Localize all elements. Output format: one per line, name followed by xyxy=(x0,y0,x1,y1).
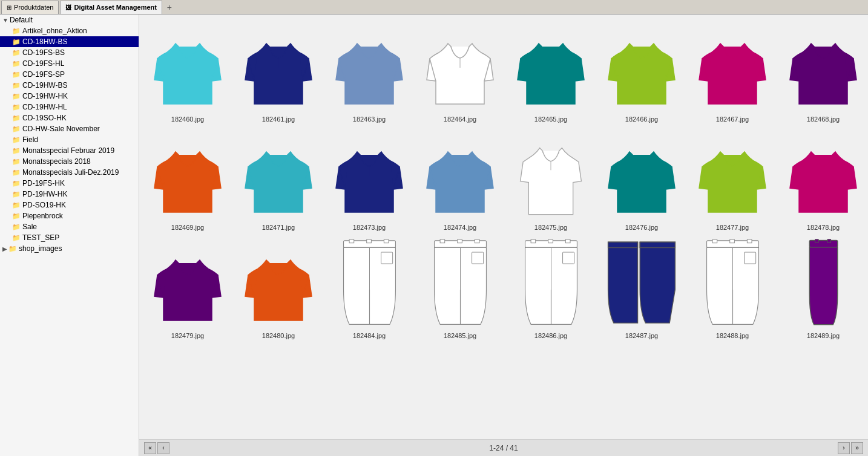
sidebar-item-pd19hw-hk[interactable]: 📁 PD-19HW-HK xyxy=(0,189,139,200)
svg-rect-25 xyxy=(440,239,445,243)
expand-icon[interactable]: ▶ xyxy=(2,246,7,252)
image-item-182485[interactable]: 182485.jpg xyxy=(418,237,502,339)
sidebar-item-label: CD-19FS-SP xyxy=(22,70,65,79)
sidebar-item-cd19hw-hl[interactable]: 📁 CD-19HW-HL xyxy=(0,102,139,112)
image-item-182469[interactable]: 182469.jpg xyxy=(145,129,230,231)
image-label-182476: 182476.jpg xyxy=(625,224,658,231)
image-item-182489[interactable]: 182489.jpg xyxy=(781,237,866,339)
image-item-182488[interactable]: 182488.jpg xyxy=(690,237,775,339)
tab-bar: ⊞ Produktdaten 🖼 Digital Asset Managemen… xyxy=(0,0,868,15)
image-label-182485: 182485.jpg xyxy=(444,332,476,339)
sidebar-item-shop-images[interactable]: ▶ 📁 shop_images xyxy=(0,243,139,254)
sidebar-item-cd19hw-bs[interactable]: 📁 CD-19HW-BS xyxy=(0,80,139,91)
folder-icon: 📁 xyxy=(12,27,21,35)
dam-icon: 🖼 xyxy=(65,4,71,11)
image-item-182464[interactable]: 182464.jpg xyxy=(418,21,502,123)
sidebar-item-cd18hw[interactable]: 📁 CD-18HW-BS xyxy=(0,36,139,47)
svg-rect-26 xyxy=(457,239,462,243)
sidebar-item-artikel[interactable]: 📁 Artikel_ohne_Aktion xyxy=(0,25,139,36)
sidebar-item-label: Monatsspecial Februar 2019 xyxy=(22,146,114,155)
image-thumb-182485 xyxy=(418,237,502,331)
image-item-182486[interactable]: 182486.jpg xyxy=(508,237,593,339)
image-item-182461[interactable]: 182461.jpg xyxy=(236,21,321,123)
image-item-182466[interactable]: 182466.jpg xyxy=(599,21,684,123)
image-label-182460: 182460.jpg xyxy=(171,116,204,123)
image-item-182475[interactable]: 182475.jpg xyxy=(508,129,593,231)
folder-icon: 📁 xyxy=(12,191,21,198)
image-label-182488: 182488.jpg xyxy=(716,332,749,339)
image-item-182477[interactable]: 182477.jpg xyxy=(690,129,775,231)
sidebar-item-pd-so19-hk[interactable]: 📁 PD-SO19-HK xyxy=(0,200,139,210)
image-item-182476[interactable]: 182476.jpg xyxy=(599,129,684,231)
first-page-button[interactable]: « xyxy=(144,442,156,454)
sidebar-item-cd19fs-sp[interactable]: 📁 CD-19FS-SP xyxy=(0,69,139,80)
folder-icon: 📁 xyxy=(12,114,21,122)
image-label-182480: 182480.jpg xyxy=(262,332,295,339)
image-item-182478[interactable]: 182478.jpg xyxy=(781,129,866,231)
image-label-182477: 182477.jpg xyxy=(716,224,749,231)
sidebar-root[interactable]: ▼ Default xyxy=(0,15,139,25)
image-item-182487[interactable]: 182487.jpg xyxy=(599,237,684,339)
image-item-182484[interactable]: 182484.jpg xyxy=(327,237,412,339)
tab-produktdaten[interactable]: ⊞ Produktdaten xyxy=(1,1,59,14)
sidebar-item-label: CD-19SO-HK xyxy=(22,114,67,122)
sidebar-item-pd19fs-hk[interactable]: 📁 PD-19FS-HK xyxy=(0,178,139,189)
sidebar-item-cd19fs-bs[interactable]: 📁 CD-19FS-BS xyxy=(0,47,139,58)
pagination-nav-right: › » xyxy=(838,442,863,454)
sidebar-item-label: Monatsspecials 2018 xyxy=(22,157,91,166)
image-item-182467[interactable]: 182467.jpg xyxy=(690,21,775,123)
last-page-button[interactable]: » xyxy=(851,442,863,454)
prev-page-button[interactable]: ‹ xyxy=(157,442,169,454)
image-item-182463[interactable]: 182463.jpg xyxy=(327,21,412,123)
sidebar-item-label: TEST_SEP xyxy=(22,233,59,242)
tab-add-button[interactable]: + xyxy=(163,1,176,13)
image-thumb-182480 xyxy=(236,237,321,331)
image-label-182466: 182466.jpg xyxy=(625,116,658,123)
sidebar-item-field[interactable]: 📁 Field xyxy=(0,134,139,145)
sidebar-item-cdhw-sale[interactable]: 📁 CD-HW-Sale November xyxy=(0,123,139,134)
image-item-182471[interactable]: 182471.jpg xyxy=(236,129,321,231)
folder-icon: 📁 xyxy=(12,201,21,209)
image-item-182474[interactable]: 182474.jpg xyxy=(418,129,502,231)
sidebar-item-cd19so-hk[interactable]: 📁 CD-19SO-HK xyxy=(0,112,139,123)
sidebar-item-cd19fs-hl[interactable]: 📁 CD-19FS-HL xyxy=(0,58,139,69)
sidebar-item-label: CD-HW-Sale November xyxy=(22,125,100,133)
image-item-182479[interactable]: 182479.jpg xyxy=(145,237,230,339)
image-thumb-182461 xyxy=(236,21,321,114)
sidebar-item-label: shop_images xyxy=(19,244,62,253)
image-grid: 182460.jpg 182461.jpg 182463.jpg xyxy=(139,15,868,439)
sidebar-item-piepenbrock[interactable]: 📁 Piepenbrock xyxy=(0,210,139,221)
image-label-182486: 182486.jpg xyxy=(534,332,567,339)
collapse-icon[interactable]: ▼ xyxy=(2,17,8,24)
image-thumb-182475 xyxy=(508,129,593,223)
image-thumb-182473 xyxy=(327,129,412,223)
sidebar-item-label: CD-19HW-HL xyxy=(22,103,67,111)
folder-icon: 📁 xyxy=(12,71,21,79)
svg-rect-21 xyxy=(384,239,389,243)
image-item-182473[interactable]: 182473.jpg xyxy=(327,129,412,231)
image-item-182468[interactable]: 182468.jpg xyxy=(781,21,866,123)
sidebar-item-cd19hw-hk[interactable]: 📁 CD-19HW-HK xyxy=(0,91,139,102)
folder-icon: 📁 xyxy=(12,93,21,100)
pagination-nav-left: « ‹ xyxy=(144,442,169,454)
folder-icon: 📁 xyxy=(12,60,21,68)
image-item-182460[interactable]: 182460.jpg xyxy=(145,21,230,123)
image-item-182480[interactable]: 182480.jpg xyxy=(236,237,321,339)
image-label-182461: 182461.jpg xyxy=(262,116,295,123)
svg-rect-40 xyxy=(729,239,734,243)
sidebar-item-label: Monatsspecials Juli-Dez.2019 xyxy=(22,168,119,177)
svg-rect-20 xyxy=(366,239,371,243)
sidebar-item-monats-jul[interactable]: 📁 Monatsspecials Juli-Dez.2019 xyxy=(0,167,139,178)
sidebar-item-label: PD-19FS-HK xyxy=(22,179,65,187)
sidebar-item-sale[interactable]: 📁 Sale xyxy=(0,221,139,232)
folder-icon: 📁 xyxy=(12,147,21,155)
image-label-182478: 182478.jpg xyxy=(807,224,840,231)
image-item-182465[interactable]: 182465.jpg xyxy=(508,21,593,123)
sidebar-item-monats-2018[interactable]: 📁 Monatsspecials 2018 xyxy=(0,156,139,167)
sidebar-item-test-sep[interactable]: 📁 TEST_SEP xyxy=(0,232,139,243)
next-page-button[interactable]: › xyxy=(838,442,850,454)
tab-dam[interactable]: 🖼 Digital Asset Management xyxy=(60,1,162,14)
sidebar-item-monats-feb[interactable]: 📁 Monatsspecial Februar 2019 xyxy=(0,145,139,156)
folder-icon: 📁 xyxy=(12,180,21,187)
image-thumb-182478 xyxy=(781,129,866,223)
